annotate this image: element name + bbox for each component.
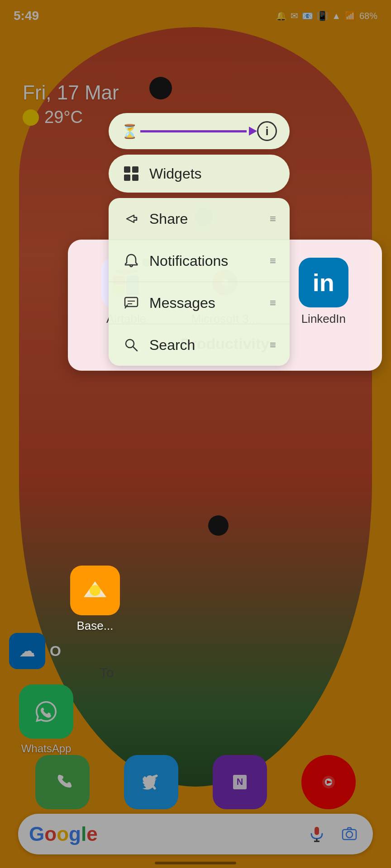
messages-menu-item[interactable]: Messages ≡ <box>109 282 290 324</box>
svg-line-16 <box>133 347 137 351</box>
widgets-menu-item[interactable]: Widgets <box>109 155 290 193</box>
messages-icon <box>122 294 140 312</box>
search-label: Search <box>149 337 261 354</box>
messages-label: Messages <box>149 295 261 311</box>
base-app[interactable]: Base... <box>70 566 120 633</box>
share-menu-item[interactable]: Share ≡ <box>109 198 290 240</box>
base-app-icon <box>70 566 120 615</box>
search-menu-item[interactable]: Search ≡ <box>109 324 290 366</box>
arrow-indicator <box>138 127 257 136</box>
svg-rect-8 <box>124 166 130 173</box>
notifications-label: Notifications <box>149 253 261 269</box>
context-menu: ⏳ i Widgets Share ≡ <box>109 113 290 366</box>
arrow-head <box>249 127 257 136</box>
todo-partial: To <box>100 665 114 680</box>
widgets-label: Widgets <box>149 165 276 182</box>
notifications-menu-item[interactable]: Notifications ≡ <box>109 240 290 282</box>
menu-block: Share ≡ Notifications ≡ <box>109 198 290 366</box>
notifications-drag-handle: ≡ <box>270 255 276 267</box>
share-drag-handle: ≡ <box>270 212 276 225</box>
svg-rect-11 <box>132 175 138 181</box>
app-usage-row[interactable]: ⏳ i <box>109 113 290 149</box>
search-icon <box>122 336 140 354</box>
info-icon[interactable]: i <box>257 121 277 141</box>
base-app-label: Base... <box>77 619 114 633</box>
messages-drag-handle: ≡ <box>270 297 276 309</box>
svg-rect-9 <box>132 166 138 173</box>
notifications-icon <box>122 252 140 270</box>
linkedin-label: LinkedIn <box>301 312 346 326</box>
linkedin-app[interactable]: in LinkedIn <box>299 258 348 326</box>
share-icon <box>122 210 140 228</box>
svg-point-1 <box>90 585 100 596</box>
svg-rect-10 <box>124 175 130 181</box>
home-indicator <box>155 862 236 864</box>
share-label: Share <box>149 211 261 227</box>
hourglass-icon: ⏳ <box>121 123 138 139</box>
widgets-icon <box>122 165 140 183</box>
search-drag-handle: ≡ <box>270 339 276 351</box>
to-label: To <box>100 665 114 680</box>
linkedin-icon: in <box>299 258 348 307</box>
arrow-line <box>140 130 247 132</box>
